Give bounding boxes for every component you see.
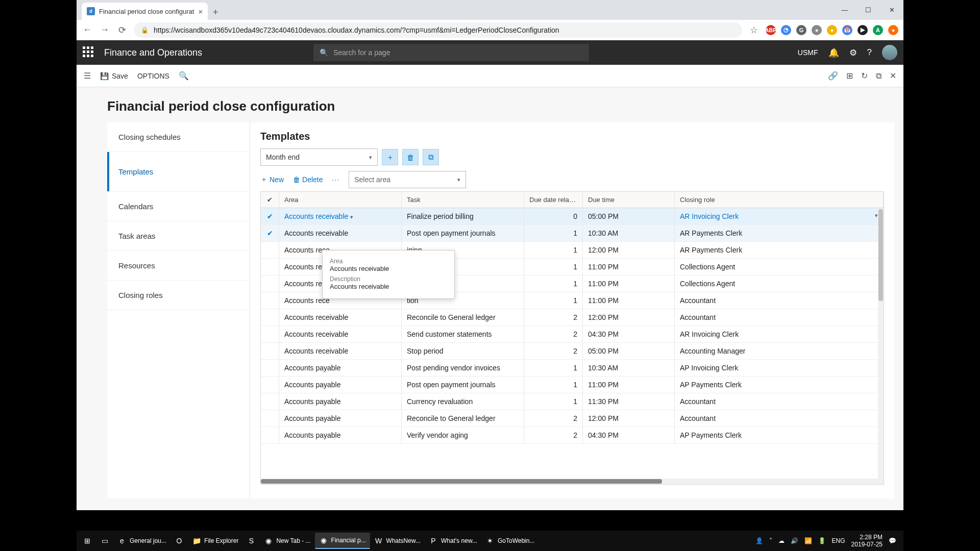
- cell-due[interactable]: 2: [524, 427, 583, 443]
- taskbar-item[interactable]: ◉New Tab - ...: [260, 533, 314, 549]
- waffle-icon[interactable]: [83, 46, 95, 59]
- cell-task[interactable]: Finalize period billing: [402, 208, 524, 224]
- delete-template-button[interactable]: 🗑: [402, 149, 419, 165]
- cell-area[interactable]: Accounts payable: [279, 393, 402, 410]
- cell-area[interactable]: Accounts receivable: [279, 343, 402, 359]
- ext-icon[interactable]: ●: [812, 25, 822, 35]
- table-row[interactable]: ✔Accounts receivable ▾Finalize period bi…: [261, 208, 884, 225]
- row-check[interactable]: [261, 242, 279, 258]
- cell-role[interactable]: AP Invoicing Clerk: [675, 360, 884, 376]
- copy-template-button[interactable]: ⧉: [423, 149, 439, 165]
- popout-icon[interactable]: ⧉: [876, 71, 881, 81]
- avatar[interactable]: [882, 45, 897, 60]
- table-row[interactable]: Accounts receivableReconcile to General …: [261, 309, 884, 326]
- cell-time[interactable]: 11:00 PM: [583, 259, 675, 275]
- col-area[interactable]: Area: [279, 192, 402, 208]
- area-filter-select[interactable]: Select area ▾: [349, 171, 466, 188]
- sidenav-item[interactable]: Calendars: [107, 192, 250, 221]
- tray-notifications-icon[interactable]: 💬: [889, 537, 896, 544]
- taskbar-item[interactable]: 📁File Explorer: [188, 533, 242, 549]
- cell-time[interactable]: 10:30 AM: [583, 225, 675, 241]
- cell-role[interactable]: AR Invoicing Clerk ▾: [675, 208, 884, 224]
- close-icon[interactable]: ×: [198, 7, 203, 16]
- cell-due[interactable]: 1: [524, 377, 583, 393]
- global-search[interactable]: 🔍 Search for a page: [313, 44, 589, 61]
- table-row[interactable]: Accounts payableCurrency revaluation111:…: [261, 393, 884, 410]
- minimize-icon[interactable]: —: [833, 0, 856, 20]
- cell-time[interactable]: 12:00 PM: [583, 242, 675, 258]
- cell-time[interactable]: 12:00 PM: [583, 410, 675, 427]
- tray-volume-icon[interactable]: 🔊: [791, 537, 798, 544]
- cell-due[interactable]: 1: [524, 360, 583, 376]
- cell-time[interactable]: 11:30 PM: [583, 393, 675, 410]
- close-icon[interactable]: ✕: [890, 71, 896, 81]
- col-select[interactable]: ✔: [261, 192, 279, 208]
- cell-due[interactable]: 2: [524, 343, 583, 359]
- cell-role[interactable]: AR Payments Clerk: [675, 242, 884, 258]
- reload-icon[interactable]: ⟳: [116, 24, 128, 36]
- cell-area[interactable]: Accounts receivable: [279, 309, 402, 325]
- row-check[interactable]: ✔: [261, 225, 279, 241]
- cell-due[interactable]: 2: [524, 326, 583, 342]
- cell-role[interactable]: Accounting Manager: [675, 343, 884, 359]
- tray-onedrive-icon[interactable]: ☁: [778, 537, 785, 544]
- row-check[interactable]: [261, 427, 279, 443]
- add-template-button[interactable]: ＋: [382, 149, 398, 165]
- cell-role[interactable]: Collections Agent: [675, 259, 884, 275]
- forward-icon[interactable]: →: [99, 24, 110, 35]
- row-check[interactable]: [261, 326, 279, 342]
- col-task[interactable]: Task: [402, 192, 524, 208]
- cell-area[interactable]: Accounts receivable ▾: [279, 208, 402, 224]
- tray-clock[interactable]: 2:28 PM 2019-07-25: [851, 534, 883, 548]
- cell-area[interactable]: Accounts receivable: [279, 225, 402, 241]
- cell-time[interactable]: 05:00 PM: [583, 208, 675, 224]
- table-row[interactable]: Accounts payablePost pending vendor invo…: [261, 360, 884, 377]
- row-check[interactable]: [261, 377, 279, 393]
- cell-time[interactable]: 12:00 PM: [583, 309, 675, 325]
- taskbar-item[interactable]: O: [170, 533, 188, 549]
- tray-network-icon[interactable]: 📶: [804, 537, 812, 544]
- table-row[interactable]: Accounts payableReconcile to General led…: [261, 410, 884, 427]
- cell-due[interactable]: 1: [524, 225, 583, 241]
- tray-lang[interactable]: ENG: [832, 537, 845, 544]
- cell-role[interactable]: AR Invoicing Clerk: [675, 326, 884, 342]
- more-icon[interactable]: ···: [332, 176, 339, 184]
- gear-icon[interactable]: ⚙: [849, 47, 857, 58]
- ext-icon[interactable]: ▶: [857, 25, 868, 35]
- taskbar-item[interactable]: S: [242, 533, 260, 549]
- cell-role[interactable]: Accountant: [675, 292, 884, 309]
- cell-due[interactable]: 1: [524, 292, 583, 309]
- table-row[interactable]: Accounts receivableStop period205:00 PMA…: [261, 343, 884, 360]
- cell-role[interactable]: AP Payments Clerk: [675, 377, 884, 393]
- company-picker[interactable]: USMF: [798, 48, 818, 57]
- table-row[interactable]: ✔Accounts receivablePost open payment jo…: [261, 225, 884, 242]
- sidenav-item[interactable]: Closing schedules: [107, 122, 250, 152]
- table-row[interactable]: Accounts payablePost open payment journa…: [261, 377, 884, 393]
- col-role[interactable]: Closing role: [675, 192, 884, 208]
- save-button[interactable]: 💾 Save: [100, 72, 128, 80]
- cell-role[interactable]: Accountant: [675, 309, 884, 325]
- cell-role[interactable]: AR Payments Clerk: [675, 225, 884, 241]
- row-check[interactable]: [261, 259, 279, 275]
- cell-area[interactable]: Accounts payable: [279, 427, 402, 443]
- url-bar[interactable]: 🔒 https://wcisandboxd365v10eda49c723c404…: [134, 22, 742, 38]
- sidenav-item[interactable]: Task areas: [107, 221, 250, 251]
- cell-due[interactable]: 1: [524, 242, 583, 258]
- row-check[interactable]: [261, 292, 279, 309]
- col-due[interactable]: Due date relativ...: [524, 192, 583, 208]
- tray-people-icon[interactable]: 👤: [755, 537, 763, 544]
- maximize-icon[interactable]: ☐: [856, 0, 880, 20]
- cell-time[interactable]: 05:00 PM: [583, 343, 675, 359]
- row-check[interactable]: [261, 343, 279, 359]
- delete-button[interactable]: 🗑 Delete: [293, 176, 323, 184]
- cell-task[interactable]: Verify vendor aging: [402, 427, 524, 443]
- taskbar-item[interactable]: eGeneral jou...: [113, 533, 170, 549]
- row-check[interactable]: [261, 393, 279, 410]
- ext-avatar-icon[interactable]: A: [873, 25, 883, 35]
- new-button[interactable]: ＋ New: [260, 175, 284, 184]
- cell-task[interactable]: Send customer statements: [402, 326, 524, 342]
- cell-due[interactable]: 2: [524, 309, 583, 325]
- cell-task[interactable]: Post pending vendor invoices: [402, 360, 524, 376]
- taskbar-item[interactable]: ◉Financial p...: [315, 533, 370, 549]
- table-row[interactable]: Accounts receivableSend customer stateme…: [261, 326, 884, 343]
